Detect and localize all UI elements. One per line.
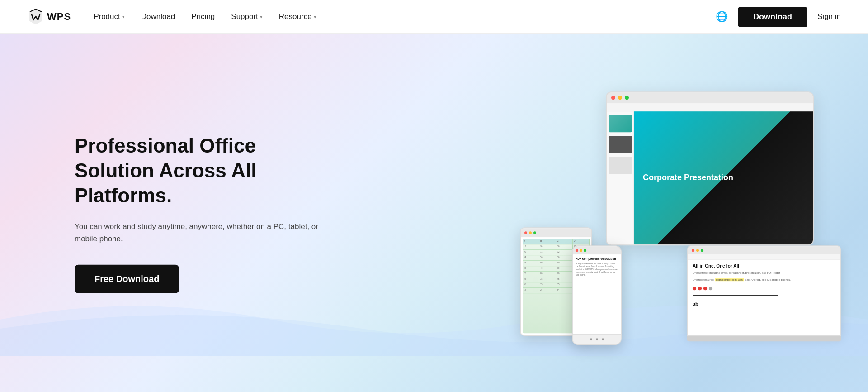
phone-bottom-icon-3 <box>602 338 604 340</box>
nav-product[interactable]: Product ▾ <box>94 12 125 21</box>
signin-link[interactable]: Sign in <box>817 12 841 21</box>
phone-device: PDF comprehensive solution Now you need … <box>572 245 622 345</box>
phone-topbar <box>573 246 621 254</box>
monitor-toolbar <box>607 103 813 111</box>
slide-thumb-1 <box>609 115 632 132</box>
highlight-text: High compatibility with <box>715 278 743 281</box>
nav-links: Product ▾ Download Pricing Support ▾ Res… <box>94 12 316 21</box>
tablet-topbar <box>521 228 591 237</box>
dot-yellow <box>618 96 622 100</box>
tablet-dot-yellow <box>529 231 532 234</box>
dot-red <box>611 96 615 100</box>
laptop-screen: All in One, One for All One software inc… <box>687 245 841 336</box>
laptop-content: All in One, One for All One software inc… <box>688 260 840 335</box>
phone-content: PDF comprehensive solution Now you need … <box>573 254 621 334</box>
color-dot-red2 <box>698 287 702 290</box>
nav-left: WPS Product ▾ Download Pricing Support ▾… <box>27 8 316 25</box>
color-dot-red <box>693 287 696 290</box>
tablet-dot-green <box>533 231 536 234</box>
logo[interactable]: WPS <box>27 8 71 25</box>
monitor-topbar <box>607 92 813 103</box>
resource-caret-icon: ▾ <box>314 14 316 20</box>
laptop-base <box>687 336 841 341</box>
phone-dot-red <box>576 249 578 252</box>
nav-pricing[interactable]: Pricing <box>191 12 215 21</box>
laptop-doc-title: All in One, One for All <box>693 263 835 268</box>
laptop-doc-body: One software including writer, spreadshe… <box>693 271 835 275</box>
hero-section: Professional Office Solution Across All … <box>0 34 868 392</box>
color-dot-red3 <box>703 287 707 290</box>
phone-bottombar <box>573 334 621 344</box>
underline-bar <box>693 295 778 296</box>
nav-support[interactable]: Support ▾ <box>231 12 263 21</box>
hero-title: Professional Office Solution Across All … <box>75 133 328 207</box>
navbar: WPS Product ▾ Download Pricing Support ▾… <box>0 0 868 34</box>
laptop-doc-body-2: One tool features: High compatibility wi… <box>693 278 835 282</box>
nav-download[interactable]: Download <box>141 12 175 21</box>
phone-dot-yellow <box>580 249 582 252</box>
nav-right: 🌐 Download Sign in <box>716 7 841 27</box>
monitor-content: Corporate Presentation <box>607 111 813 244</box>
product-caret-icon: ▾ <box>122 14 125 20</box>
tablet-dot-red <box>524 231 527 234</box>
laptop-topbar <box>688 246 840 254</box>
hero-devices: Corporate Presentation A B C D <box>515 91 841 345</box>
laptop-dot-red <box>692 249 694 252</box>
laptop-toolbar <box>688 254 840 260</box>
color-dots <box>693 287 835 290</box>
wps-logo-icon <box>27 8 44 25</box>
dot-green <box>625 96 629 100</box>
globe-icon: 🌐 <box>716 11 728 23</box>
logo-text: WPS <box>47 11 71 23</box>
laptop-dot-yellow <box>696 249 699 252</box>
phone-bottom-icon-2 <box>596 338 598 340</box>
presentation-slide: Corporate Presentation <box>634 111 813 244</box>
phone-pdf-title: PDF comprehensive solution <box>576 257 618 261</box>
laptop-device: All in One, One for All One software inc… <box>687 245 841 345</box>
nav-download-button[interactable]: Download <box>738 7 807 27</box>
phone-bottom-icon-1 <box>590 338 592 340</box>
hero-subtitle: You can work and study anytime, anywhere… <box>75 220 328 244</box>
nav-resource[interactable]: Resource ▾ <box>279 12 316 21</box>
hero-content: Professional Office Solution Across All … <box>75 133 328 293</box>
monitor-main: Corporate Presentation <box>634 111 813 244</box>
spreadsheet-header-row: A B C D <box>523 239 590 244</box>
monitor-sidebar <box>607 111 634 244</box>
free-download-button[interactable]: Free Download <box>75 265 179 293</box>
phone-pdf-body: Now you need PDF document, Easy convert … <box>576 263 618 277</box>
phone-dot-green <box>584 249 586 252</box>
desktop-monitor: Corporate Presentation <box>606 91 814 245</box>
laptop-dot-green <box>701 249 703 252</box>
slide-thumb-3 <box>609 157 632 174</box>
color-dot-grey <box>709 287 712 290</box>
ab-text: ab <box>693 301 835 306</box>
language-button[interactable]: 🌐 <box>716 11 728 23</box>
slide-thumb-2 <box>609 136 632 153</box>
support-caret-icon: ▾ <box>260 14 263 20</box>
slide-title: Corporate Presentation <box>643 172 733 183</box>
